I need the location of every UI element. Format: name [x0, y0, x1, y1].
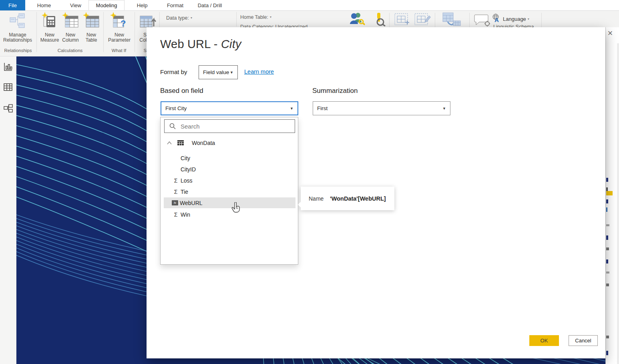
hand-cursor	[231, 202, 241, 215]
qa-setup-icon[interactable]	[474, 14, 491, 28]
data-type-dropdown[interactable]: Data type:▾	[166, 15, 192, 21]
language-dropdown[interactable]: Language▾	[503, 16, 529, 22]
table-name: WonData	[192, 140, 215, 146]
peek-fragment	[606, 187, 608, 191]
data-view-icon[interactable]	[4, 83, 12, 92]
chevron-down-icon: ▾	[270, 15, 271, 19]
sigma-icon: Σ	[172, 211, 180, 218]
peek-fragment	[606, 247, 609, 250]
new-column-button[interactable]: New Column	[60, 12, 81, 43]
data-category-dropdown[interactable]: Data Category: Uncategorized	[240, 24, 344, 27]
tab-home[interactable]: Home	[25, 0, 63, 10]
new-column-icon	[62, 24, 79, 31]
tab-help[interactable]: Help	[125, 0, 160, 10]
summarization-select[interactable]: First ▼	[313, 101, 450, 115]
field-item-cityid[interactable]: CityID	[161, 164, 298, 175]
weburl-fx-icon: fx	[172, 200, 178, 205]
table-icon	[177, 140, 184, 145]
new-table-label: New Table	[82, 32, 101, 43]
field-item-weburl[interactable]: fx WebURL	[164, 197, 295, 208]
field-item-loss[interactable]: Σ Loss	[161, 175, 298, 186]
group-label-calculations: Calculations	[38, 48, 102, 53]
background-pane-peek	[605, 27, 619, 364]
tab-view[interactable]: View	[63, 0, 88, 10]
chevron-down-icon: ▼	[290, 107, 293, 111]
peek-fragment	[606, 178, 608, 182]
search-icon	[169, 123, 176, 129]
peek-fragment	[606, 259, 608, 263]
manage-relationships-icon	[8, 24, 27, 31]
sigma-icon: Σ	[172, 189, 180, 195]
ribbon-tab-bar: File Home View Modeling Help Format Data…	[0, 0, 619, 11]
new-parameter-icon: ?	[110, 24, 129, 31]
new-measure-button[interactable]: New Measure	[38, 12, 61, 43]
report-view-icon[interactable]	[4, 62, 12, 71]
peek-fragment	[606, 351, 608, 355]
new-measure-icon	[42, 24, 58, 31]
group-label-relationships: Relationships	[0, 48, 36, 53]
view-as-roles-icon[interactable]	[372, 12, 387, 28]
cancel-button[interactable]: Cancel	[569, 335, 598, 346]
chevron-down-icon: ▼	[442, 107, 446, 111]
search-input[interactable]	[180, 123, 295, 130]
peek-fragment	[606, 207, 607, 212]
peek-fragment	[606, 271, 609, 274]
tab-format[interactable]: Format	[160, 0, 191, 10]
field-name-tooltip: Name 'WonData'[WebURL]	[301, 187, 394, 210]
based-on-field-select[interactable]: First City ▼	[161, 101, 298, 115]
chevron-down-icon: ▼	[230, 70, 233, 74]
collapse-chevron-icon[interactable]	[167, 141, 172, 145]
table-node-wondata[interactable]: WonData	[161, 137, 298, 148]
new-measure-label: New Measure	[38, 32, 61, 43]
field-picker-panel: WonData City CityID Σ Loss Σ Tie fx WebU…	[160, 117, 298, 265]
dialog-title-field: City	[221, 38, 241, 50]
format-by-select[interactable]: Field value ▼	[199, 65, 238, 79]
mark-date-table-icon[interactable]	[442, 12, 461, 28]
scrollbar[interactable]	[617, 43, 619, 364]
peek-fragment	[606, 284, 609, 286]
linguistic-schema-button[interactable]: Linguistic Schema	[493, 24, 545, 27]
format-by-label: Format by	[160, 68, 187, 75]
powerbi-window: File Home View Modeling Help Format Data…	[0, 0, 619, 364]
new-table-icon	[83, 24, 100, 31]
manage-relationships-button[interactable]: Manage Relationships	[1, 13, 34, 43]
manage-roles-icon[interactable]	[349, 12, 365, 27]
tab-file[interactable]: File	[0, 0, 25, 10]
field-search-box[interactable]	[164, 119, 295, 133]
peek-fragment	[606, 224, 609, 226]
group-label-what-if: What If	[105, 48, 133, 53]
tooltip-value: 'WonData'[WebURL]	[330, 195, 386, 202]
new-parameter-label: New Parameter	[107, 32, 132, 43]
chevron-down-icon: ▾	[191, 16, 192, 20]
field-item-city[interactable]: City	[161, 153, 298, 163]
new-parameter-button[interactable]: ? New Parameter	[107, 12, 132, 43]
home-table-dropdown[interactable]: Home Table:▾	[240, 14, 271, 20]
sigma-icon: Σ	[172, 177, 180, 184]
tab-modeling[interactable]: Modeling	[88, 0, 125, 10]
tooltip-label: Name	[309, 195, 324, 202]
view-switcher-sidebar	[0, 56, 16, 364]
manage-relationships-label: Manage Relationships	[1, 32, 34, 43]
peek-highlight	[606, 191, 613, 195]
tooltip-arrow	[298, 202, 301, 207]
dialog-title: Web URL - City	[160, 38, 241, 51]
chevron-down-icon: ▾	[528, 17, 529, 21]
new-table-button[interactable]: New Table	[82, 12, 101, 43]
edit-groups-icon[interactable]	[414, 13, 432, 27]
based-on-field-header: Based on field	[160, 87, 203, 95]
tab-data-drill[interactable]: Data / Drill	[191, 0, 229, 10]
field-item-win[interactable]: Σ Win	[161, 209, 298, 220]
field-item-tie[interactable]: Σ Tie	[161, 186, 298, 197]
new-group-icon[interactable]	[394, 13, 411, 27]
ok-button[interactable]: OK	[529, 335, 559, 346]
learn-more-link[interactable]: Learn more	[244, 68, 274, 75]
new-column-label: New Column	[60, 32, 81, 43]
close-icon[interactable]: ×	[605, 28, 616, 38]
peek-fragment	[606, 199, 608, 203]
peek-fragment	[606, 336, 609, 338]
summarization-header: Summarization	[312, 87, 358, 95]
language-icon: A	[492, 14, 501, 24]
svg-text:?: ?	[121, 18, 126, 28]
svg-text:A: A	[494, 16, 499, 22]
model-view-icon[interactable]	[4, 104, 12, 113]
